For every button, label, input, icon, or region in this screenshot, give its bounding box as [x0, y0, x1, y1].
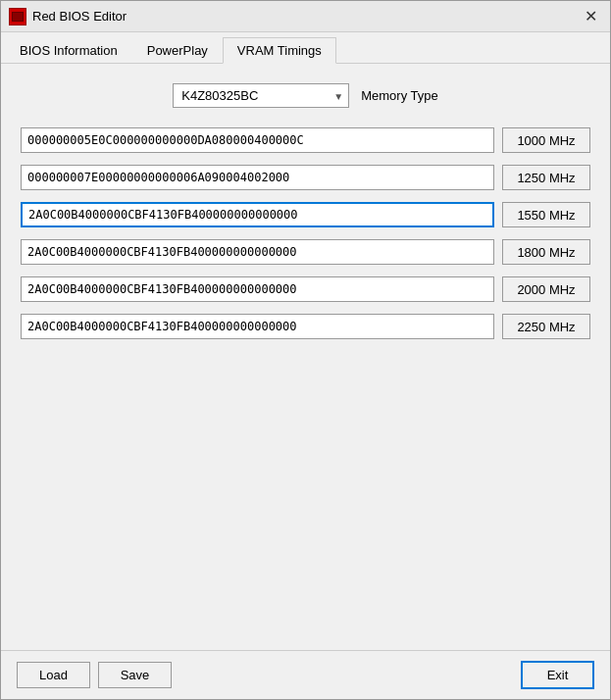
- footer: Load Save Exit: [1, 650, 610, 699]
- exit-button[interactable]: Exit: [521, 661, 594, 689]
- timing-input-4[interactable]: [21, 276, 494, 302]
- timing-row-1: 1250 MHz: [21, 165, 590, 190]
- timing-row-4: 2000 MHz: [21, 276, 590, 302]
- save-button[interactable]: Save: [98, 662, 172, 688]
- freq-btn-5[interactable]: 2250 MHz: [502, 314, 590, 339]
- freq-btn-0[interactable]: 1000 MHz: [502, 127, 590, 153]
- freq-btn-1[interactable]: 1250 MHz: [502, 165, 590, 190]
- timing-row-2: 1550 MHz: [21, 202, 590, 227]
- close-button[interactable]: ✕: [579, 5, 602, 28]
- timing-row-3: 1800 MHz: [21, 239, 590, 265]
- tab-bar: BIOS Information PowerPlay VRAM Timings: [1, 32, 610, 64]
- tab-powerplay[interactable]: PowerPlay: [132, 37, 223, 64]
- memory-selector-row: K4Z80325BC K4Z80165WC MT61K256M32JE-14 M…: [21, 83, 590, 108]
- main-window: Red BIOS Editor ✕ BIOS Information Power…: [0, 0, 611, 700]
- load-button[interactable]: Load: [17, 662, 90, 688]
- tab-vram-timings[interactable]: VRAM Timings: [223, 37, 336, 64]
- tab-bios-information[interactable]: BIOS Information: [5, 37, 132, 64]
- app-icon: [9, 8, 26, 25]
- timing-input-0[interactable]: [21, 127, 494, 153]
- title-bar-left: Red BIOS Editor: [9, 8, 127, 25]
- memory-type-label: Memory Type: [361, 88, 438, 103]
- timing-input-3[interactable]: [21, 239, 494, 265]
- content-area: K4Z80325BC K4Z80165WC MT61K256M32JE-14 M…: [1, 64, 610, 650]
- timing-input-2[interactable]: [21, 202, 494, 227]
- app-icon-inner: [12, 12, 24, 22]
- timing-row-0: 1000 MHz: [21, 127, 590, 153]
- freq-btn-2[interactable]: 1550 MHz: [502, 202, 590, 227]
- freq-btn-4[interactable]: 2000 MHz: [502, 276, 590, 302]
- title-bar: Red BIOS Editor ✕: [1, 1, 610, 32]
- footer-left: Load Save: [17, 662, 172, 688]
- timing-input-1[interactable]: [21, 165, 494, 190]
- window-title: Red BIOS Editor: [32, 9, 127, 24]
- timing-row-5: 2250 MHz: [21, 314, 590, 339]
- memory-select-wrapper: K4Z80325BC K4Z80165WC MT61K256M32JE-14: [173, 83, 349, 108]
- freq-btn-3[interactable]: 1800 MHz: [502, 239, 590, 265]
- memory-type-select[interactable]: K4Z80325BC K4Z80165WC MT61K256M32JE-14: [173, 83, 349, 108]
- timing-input-5[interactable]: [21, 314, 494, 339]
